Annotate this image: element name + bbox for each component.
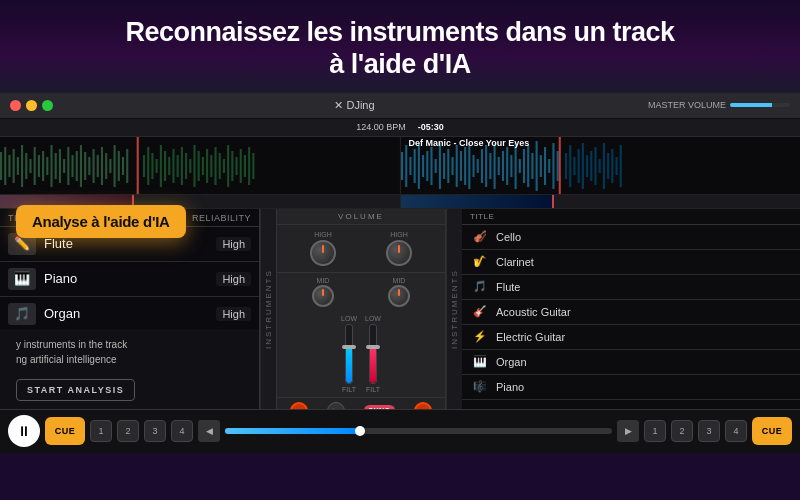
volume-label: VOLUME xyxy=(277,209,445,225)
play-pause-button[interactable]: ⏸ xyxy=(8,415,40,447)
svg-rect-15 xyxy=(59,149,61,183)
svg-rect-89 xyxy=(518,159,520,173)
hotcue-1-left[interactable]: 1 xyxy=(90,420,112,442)
instruments-label-left: INSTRUMENTS xyxy=(260,209,276,409)
title-bar: ✕ DJing MASTER VOLUME xyxy=(0,93,800,119)
svg-rect-103 xyxy=(577,149,579,183)
ai-badge-overlay: Analyse à l'aide d'IA xyxy=(16,205,186,238)
svg-rect-108 xyxy=(598,159,600,173)
svg-rect-23 xyxy=(93,149,95,183)
svg-rect-88 xyxy=(514,143,516,189)
title-bar-app-name: ✕ DJing xyxy=(61,99,648,112)
start-analysis-button[interactable]: START ANALYSIS xyxy=(16,379,135,401)
play-small-icon[interactable]: ▶ xyxy=(327,402,345,409)
knob-right-high[interactable]: HIGH xyxy=(386,231,412,266)
knob-left-mid[interactable]: MID xyxy=(312,277,334,307)
record-icon[interactable] xyxy=(290,402,308,409)
svg-rect-101 xyxy=(569,145,571,187)
reliability-col-label: Reliability xyxy=(192,213,251,223)
hotcue-2-left[interactable]: 2 xyxy=(117,420,139,442)
nav-prev-button[interactable]: ◀ xyxy=(198,420,220,442)
master-volume-bar[interactable] xyxy=(730,103,790,107)
svg-rect-63 xyxy=(409,157,411,175)
svg-rect-32 xyxy=(137,137,139,194)
hotcue-3-right[interactable]: 3 xyxy=(698,420,720,442)
bpm-display: 124.00 BPM xyxy=(356,122,406,132)
record-right-icon[interactable] xyxy=(414,402,432,409)
svg-rect-35 xyxy=(151,153,153,179)
svg-rect-31 xyxy=(126,149,128,183)
traffic-light-yellow[interactable] xyxy=(26,100,37,111)
timeline-right[interactable] xyxy=(401,195,801,208)
cue-button-right[interactable]: CUE xyxy=(752,417,792,445)
crossfader-area: ▶ SYNC xyxy=(277,397,445,409)
svg-rect-38 xyxy=(164,151,166,181)
flute-reliability: High xyxy=(216,237,251,251)
svg-rect-75 xyxy=(459,151,461,181)
svg-rect-9 xyxy=(34,147,36,185)
faders-area: MID MID xyxy=(277,273,445,397)
svg-rect-2 xyxy=(4,147,6,185)
svg-rect-22 xyxy=(88,157,90,175)
electric-guitar-name: Electric Guitar xyxy=(496,331,565,343)
svg-rect-52 xyxy=(223,159,225,173)
header: Reconnaissez les instruments dans un tra… xyxy=(0,0,800,93)
right-instrument-flute: 🎵 Flute xyxy=(462,275,800,300)
master-volume-label: MASTER VOLUME xyxy=(648,100,790,110)
hotcue-1-right[interactable]: 1 xyxy=(644,420,666,442)
svg-rect-81 xyxy=(485,145,487,187)
svg-rect-19 xyxy=(76,151,78,181)
header-title: Reconnaissez les instruments dans un tra… xyxy=(20,16,780,81)
fader-left[interactable]: LOW FILT xyxy=(341,315,357,393)
cue-button-left[interactable]: CUE xyxy=(45,417,85,445)
fader-right[interactable]: LOW FILT xyxy=(365,315,381,393)
hotcue-4-left[interactable]: 4 xyxy=(171,420,193,442)
right-instrument-cello: 🎻 Cello xyxy=(462,225,800,250)
track-title: Def Manic - Close Your Eyes xyxy=(409,138,530,148)
nav-next-button[interactable]: ▶ xyxy=(617,420,639,442)
hotcue-2-right[interactable]: 2 xyxy=(671,420,693,442)
svg-rect-98 xyxy=(556,151,558,181)
svg-rect-1 xyxy=(0,152,2,180)
ai-analysis-panel: y instruments in the track ng artificial… xyxy=(0,329,259,409)
traffic-light-red[interactable] xyxy=(10,100,21,111)
svg-rect-102 xyxy=(573,157,575,175)
svg-rect-46 xyxy=(198,151,200,181)
svg-rect-113 xyxy=(619,145,621,187)
svg-rect-61 xyxy=(401,152,403,180)
svg-rect-28 xyxy=(114,145,116,187)
svg-rect-62 xyxy=(405,145,407,187)
traffic-light-green[interactable] xyxy=(42,100,53,111)
svg-rect-109 xyxy=(602,143,604,189)
hotcue-3-left[interactable]: 3 xyxy=(144,420,166,442)
svg-rect-84 xyxy=(497,157,499,175)
right-panel-title: Title xyxy=(462,209,800,225)
knob-right-mid[interactable]: MID xyxy=(388,277,410,307)
svg-rect-74 xyxy=(455,145,457,187)
svg-rect-44 xyxy=(189,159,191,173)
svg-rect-77 xyxy=(468,143,470,189)
knob-left-high[interactable]: HIGH xyxy=(310,231,336,266)
svg-rect-76 xyxy=(464,147,466,185)
progress-bar[interactable] xyxy=(225,428,612,434)
svg-rect-92 xyxy=(531,153,533,179)
dj-main: 124.00 BPM -05:30 xyxy=(0,119,800,453)
acoustic-guitar-name: Acoustic Guitar xyxy=(496,306,571,318)
svg-rect-57 xyxy=(244,155,246,177)
svg-rect-100 xyxy=(565,153,567,179)
svg-rect-33 xyxy=(143,155,145,177)
hotcue-4-right[interactable]: 4 xyxy=(725,420,747,442)
cello-name: Cello xyxy=(496,231,521,243)
svg-rect-105 xyxy=(586,155,588,177)
svg-rect-14 xyxy=(55,153,57,179)
svg-rect-25 xyxy=(101,147,103,185)
svg-rect-104 xyxy=(581,143,583,189)
svg-rect-40 xyxy=(172,149,174,183)
piano-reliability: High xyxy=(216,272,251,286)
svg-rect-94 xyxy=(539,155,541,177)
svg-rect-73 xyxy=(451,157,453,175)
clarinet-name: Clarinet xyxy=(496,256,534,268)
svg-rect-67 xyxy=(426,151,428,181)
svg-rect-106 xyxy=(590,151,592,181)
right-instrument-acoustic-guitar: 🎸 Acoustic Guitar xyxy=(462,300,800,325)
